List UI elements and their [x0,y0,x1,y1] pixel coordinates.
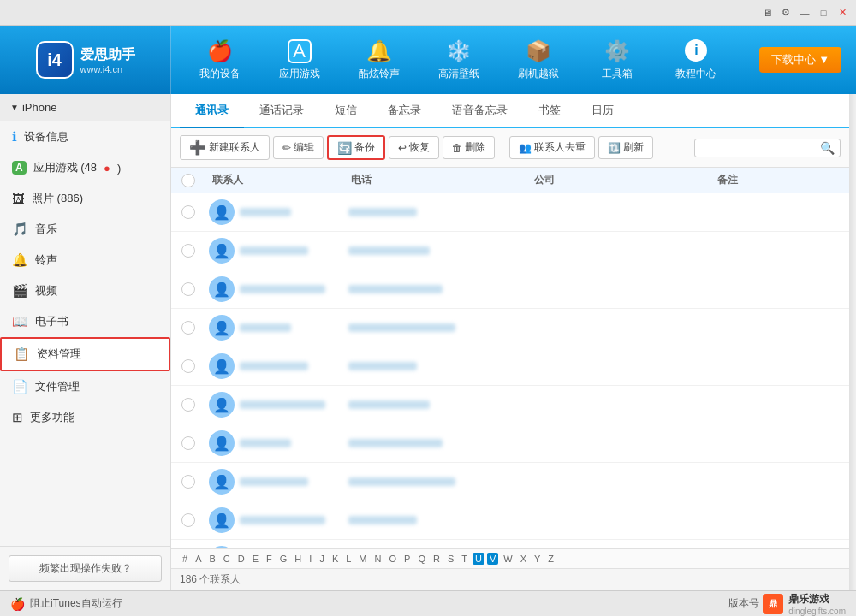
alpha-char-b[interactable]: B [206,553,217,565]
row-phone [342,514,526,527]
nav-my-device[interactable]: 🍎 我的设备 [189,33,251,88]
backup-button[interactable]: 🔄 备份 [327,135,385,160]
sidebar-item-apps[interactable]: A 应用游戏 (48●) [0,152,170,183]
row-checkbox[interactable] [181,436,195,450]
alpha-char-h[interactable]: H [292,553,304,565]
alpha-char-f[interactable]: F [264,553,275,565]
nav-jailbreak[interactable]: 📦 刷机越狱 [508,33,569,88]
tab-calendar[interactable]: 日历 [576,94,629,128]
alpha-char-e[interactable]: E [250,553,261,565]
row-check[interactable] [171,359,205,373]
row-check[interactable] [171,398,205,412]
row-checkbox[interactable] [181,359,195,373]
alpha-char-d[interactable]: D [235,553,247,565]
row-checkbox[interactable] [181,282,195,296]
sidebar-item-photos[interactable]: 🖼 照片 (886) [0,183,170,214]
contact-name-blur [240,285,325,293]
search-icon[interactable]: 🔍 [820,141,835,155]
alpha-char-i[interactable]: I [306,553,314,565]
alpha-char-k[interactable]: K [330,553,341,565]
new-contact-button[interactable]: ➕ 新建联系人 [180,135,270,160]
alpha-char-p[interactable]: P [401,553,413,565]
alpha-char-l[interactable]: L [343,553,354,565]
row-check[interactable] [171,282,205,296]
row-checkbox[interactable] [181,205,195,219]
sidebar-item-more[interactable]: ⊞ 更多功能 [0,402,170,433]
sidebar-item-music[interactable]: 🎵 音乐 [0,214,170,245]
maximize-button[interactable]: □ [817,6,830,20]
table-row[interactable]: 👤 [171,386,849,424]
sidebar-item-video[interactable]: 🎬 视频 [0,275,170,306]
tab-notes[interactable]: 备忘录 [372,94,437,128]
row-check[interactable] [171,436,205,450]
search-input[interactable] [700,142,820,154]
help-button[interactable]: 频繁出现操作失败？ [9,555,162,582]
alpha-char-c[interactable]: C [221,553,233,565]
select-all-checkbox[interactable] [181,174,195,187]
row-checkbox[interactable] [181,244,195,258]
alpha-char-y[interactable]: Y [532,553,543,565]
tab-voice-notes[interactable]: 语音备忘录 [437,94,523,128]
alpha-char-w[interactable]: W [501,553,514,565]
table-row[interactable]: 👤 [171,232,849,270]
sidebar-item-device-info[interactable]: ℹ 设备信息 [0,121,170,152]
row-checkbox[interactable] [181,513,195,527]
row-checkbox[interactable] [181,321,195,335]
alpha-char-t[interactable]: T [459,553,470,565]
table-row[interactable]: 👤 [171,501,849,540]
tab-contacts[interactable]: 通讯录 [180,94,244,128]
alpha-char-a[interactable]: A [193,553,204,565]
settings-icon[interactable]: ⚙ [779,6,793,20]
minimize-button[interactable]: — [798,6,811,20]
tab-bookmarks[interactable]: 书签 [523,94,576,128]
check-all[interactable] [171,174,205,187]
refresh-button[interactable]: 🔃 刷新 [598,136,653,159]
alpha-char-v[interactable]: V [487,553,498,565]
table-row[interactable]: 👤 [171,270,849,309]
row-check[interactable] [171,244,205,258]
alpha-char-r[interactable]: R [431,553,443,565]
backup-icon: 🔄 [337,141,352,155]
nav-tools[interactable]: ⚙️ 工具箱 [587,33,647,88]
alpha-char-z[interactable]: Z [545,553,556,565]
table-row[interactable]: 👤 [171,347,849,386]
alpha-char-q[interactable]: Q [415,553,428,565]
download-btn[interactable]: 下载中心 ▼ [759,47,841,73]
table-row[interactable]: 👤 [171,463,849,501]
row-check[interactable] [171,321,205,335]
merge-button[interactable]: 👥 联系人去重 [509,136,595,159]
table-row[interactable]: 👤 [171,424,849,463]
alpha-char-u[interactable]: U [473,553,484,565]
alpha-char-#[interactable]: # [180,553,190,565]
sidebar-item-data-mgmt[interactable]: 📋 资料管理 [0,337,170,371]
nav-app-games[interactable]: A 应用游戏 [269,33,330,88]
alpha-char-x[interactable]: X [518,553,529,565]
sidebar-item-ringtones[interactable]: 🔔 铃声 [0,245,170,275]
restore-button[interactable]: ↩ 恢复 [389,136,439,159]
row-checkbox[interactable] [181,398,195,412]
edit-button[interactable]: ✏ 编辑 [273,136,324,159]
row-check[interactable] [171,205,205,219]
nav-wallpapers[interactable]: ❄️ 高清壁纸 [428,33,490,88]
table-row[interactable]: 👤 [171,540,849,548]
alpha-char-m[interactable]: M [356,553,369,565]
table-row[interactable]: 👤 [171,309,849,347]
row-check[interactable] [171,475,205,489]
tab-sms[interactable]: 短信 [319,94,372,128]
row-checkbox[interactable] [181,475,195,489]
row-check[interactable] [171,513,205,527]
delete-button[interactable]: 🗑 删除 [443,136,495,159]
sidebar-item-file-mgmt[interactable]: 📄 文件管理 [0,371,170,402]
nav-tutorials[interactable]: i 教程中心 [665,33,727,88]
alpha-char-g[interactable]: G [277,553,290,565]
sidebar-item-ebooks[interactable]: 📖 电子书 [0,306,170,337]
apps-icon: A [12,161,27,175]
alpha-char-n[interactable]: N [372,553,384,565]
table-row[interactable]: 👤 [171,193,849,232]
nav-ringtones[interactable]: 🔔 酷炫铃声 [348,33,410,88]
alpha-char-j[interactable]: J [317,553,327,565]
alpha-char-o[interactable]: O [386,553,399,565]
close-button[interactable]: ✕ [835,6,849,20]
alpha-char-s[interactable]: S [445,553,456,565]
tab-call-log[interactable]: 通话记录 [244,94,319,128]
